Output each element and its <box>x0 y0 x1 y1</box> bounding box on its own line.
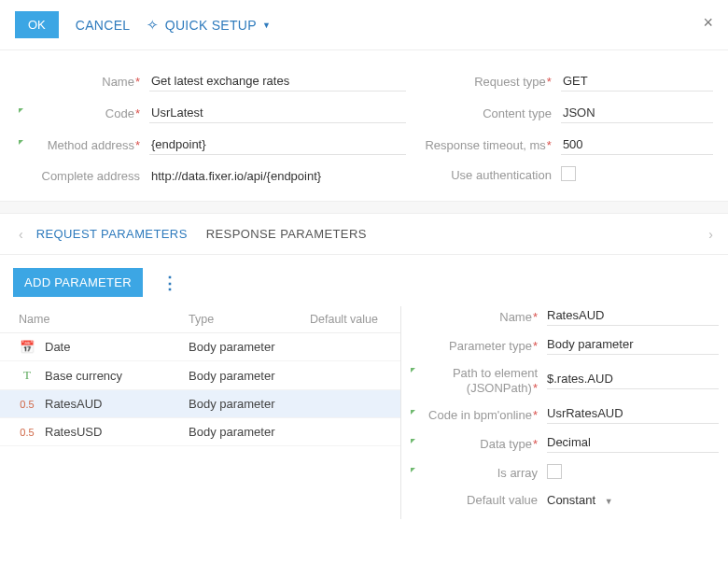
col-header-default[interactable]: Default value <box>310 313 400 326</box>
table-row[interactable]: 0.5 RatesAUD Body parameter <box>0 390 400 418</box>
caret-down-icon: ▼ <box>605 497 613 506</box>
row-name: RatesUSD <box>45 425 102 439</box>
detail-dropdown-default-value[interactable]: Constant ▼ <box>547 493 719 507</box>
label-response-timeout: Response timeout, ms <box>406 138 561 152</box>
detail-input-code-bpm[interactable]: UsrRatesAUD <box>547 406 719 424</box>
decimal-type-icon: 0.5 <box>19 427 35 438</box>
kebab-menu-icon[interactable]: ⋮ <box>161 273 179 293</box>
detail-label-name: Name <box>407 310 547 325</box>
label-use-auth: Use authentication <box>406 168 561 182</box>
input-method-address[interactable]: {endpoint} <box>149 134 406 155</box>
tab-response-parameters[interactable]: RESPONSE PARAMETERS <box>197 221 376 246</box>
table-row[interactable]: T Base currency Body parameter <box>0 361 400 390</box>
input-request-type[interactable]: GET <box>561 71 713 91</box>
label-name: Name <box>15 75 149 89</box>
detail-input-param-type[interactable]: Body parameter <box>547 337 719 355</box>
detail-input-name[interactable]: RatesAUD <box>547 308 719 326</box>
tab-scroll-right-icon[interactable]: › <box>705 223 717 246</box>
label-content-type: Content type <box>406 106 561 120</box>
add-parameter-button[interactable]: ADD PARAMETER <box>13 268 143 297</box>
value-complete-address: http://data.fixer.io/api/{endpoint} <box>149 166 406 186</box>
ok-button[interactable]: OK <box>15 11 59 38</box>
input-content-type[interactable]: JSON <box>561 103 713 123</box>
calendar-icon: 📅 <box>19 340 35 354</box>
method-form: Name Get latest exchange rates Code UsrL… <box>0 50 728 201</box>
decimal-type-icon: 0.5 <box>19 399 35 410</box>
text-type-icon: T <box>19 368 35 383</box>
input-code[interactable]: UsrLatest <box>149 103 406 123</box>
row-type: Body parameter <box>189 425 310 439</box>
tab-request-parameters[interactable]: REQUEST PARAMETERS <box>27 221 197 246</box>
parameter-detail-panel: Name RatesAUD Parameter type Body parame… <box>401 306 728 519</box>
row-type: Body parameter <box>189 340 310 354</box>
label-complete-address: Complete address <box>15 169 149 183</box>
table-row[interactable]: 0.5 RatesUSD Body parameter <box>0 418 400 446</box>
grid-toolbar: ADD PARAMETER ⋮ <box>0 255 728 306</box>
parameters-grid: Name Type Default value 📅 Date Body para… <box>0 306 401 519</box>
col-header-type[interactable]: Type <box>189 313 310 326</box>
checkbox-use-auth[interactable] <box>561 166 576 181</box>
close-icon[interactable]: × <box>703 13 713 33</box>
magic-wand-icon: ✧ <box>147 17 159 34</box>
quick-setup-button[interactable]: ✧ QUICK SETUP ▼ <box>147 17 271 34</box>
detail-input-data-type[interactable]: Decimal <box>547 435 719 453</box>
main-split: Name Type Default value 📅 Date Body para… <box>0 306 728 519</box>
row-type: Body parameter <box>189 369 310 383</box>
toolbar: OK CANCEL ✧ QUICK SETUP ▼ × <box>0 0 728 50</box>
row-name: Date <box>45 340 70 354</box>
row-type: Body parameter <box>189 397 310 411</box>
detail-label-default-value: Default value <box>407 493 547 508</box>
col-header-name[interactable]: Name <box>19 313 189 326</box>
checkbox-is-array[interactable] <box>547 464 562 479</box>
detail-label-param-type: Parameter type <box>407 339 547 354</box>
detail-input-jsonpath[interactable]: $.rates.AUD <box>547 372 719 389</box>
detail-default-value-text: Constant <box>547 493 595 507</box>
detail-label-data-type: Data type <box>407 437 547 452</box>
cancel-button[interactable]: CANCEL <box>76 18 131 33</box>
tabs-bar: ‹ REQUEST PARAMETERS RESPONSE PARAMETERS… <box>0 214 728 255</box>
label-code: Code <box>15 106 149 120</box>
detail-label-is-array: Is array <box>407 466 547 481</box>
row-name: Base currency <box>45 369 122 383</box>
detail-label-jsonpath: Path to element (JSONPath) <box>407 366 547 395</box>
tab-scroll-left-icon[interactable]: ‹ <box>15 223 27 246</box>
input-name[interactable]: Get latest exchange rates <box>149 71 406 91</box>
label-method-address: Method address <box>15 138 149 152</box>
caret-down-icon: ▼ <box>262 21 271 30</box>
row-name: RatesAUD <box>45 397 102 411</box>
separator <box>0 201 728 214</box>
quick-setup-label: QUICK SETUP <box>165 18 257 33</box>
input-response-timeout[interactable]: 500 <box>561 134 713 155</box>
label-request-type: Request type <box>406 75 561 89</box>
table-row[interactable]: 📅 Date Body parameter <box>0 333 400 361</box>
detail-label-code-bpm: Code in bpm'online <box>407 408 547 423</box>
